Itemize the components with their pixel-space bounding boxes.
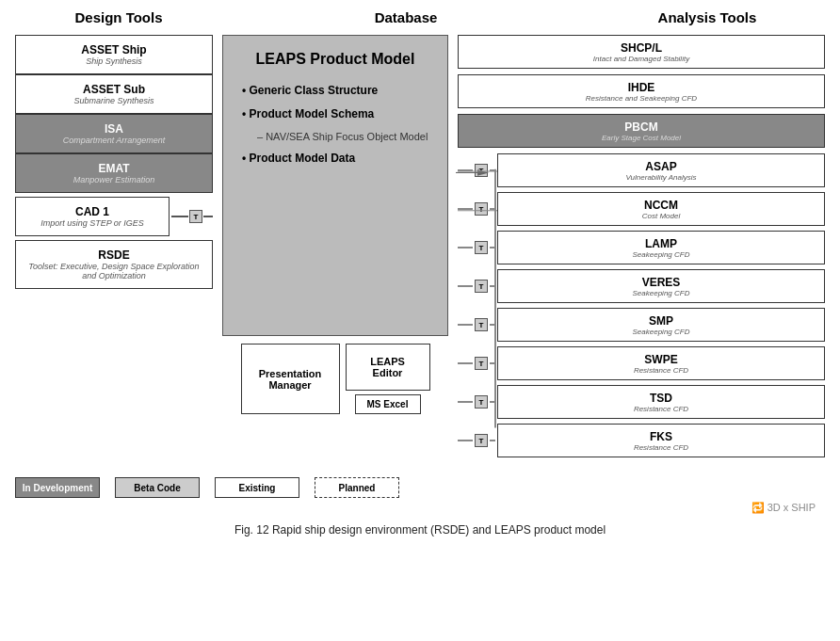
main-container: Design Tools Database Analysis Tools ASS… (15, 9, 825, 537)
in-dev-label: In Development (23, 483, 92, 493)
tsd-row: T TSD Resistance CFD (458, 385, 825, 419)
swpe-box: SWPE Resistance CFD (497, 346, 825, 380)
beta-label: Beta Code (134, 483, 180, 493)
rsde-box: RSDE Toolset: Executive, Design Space Ex… (15, 240, 213, 289)
veres-connector: T (475, 280, 488, 293)
isa-box: ISA Compartment Arrangement (15, 114, 213, 153)
shcpl-title: SHCP/L (466, 41, 816, 55)
asset-sub-box: ASSET Sub Submarine Synthesis (15, 74, 213, 114)
fks-box: FKS Resistance CFD (497, 424, 825, 457)
asset-sub-title: ASSET Sub (24, 83, 204, 96)
emat-subtitle: Manpower Estimation (24, 175, 204, 184)
rsde-title: RSDE (24, 248, 204, 262)
lamp-subtitle: Seakeeping CFD (506, 250, 816, 259)
pbcm-title: PBCM (466, 120, 816, 134)
analysis-connected-boxes: T ASAP Vulnerability Analysis T NCCM (458, 153, 825, 457)
ihde-subtitle: Resistance and Seakeeping CFD (466, 94, 816, 103)
legend-existing: Existing (215, 477, 299, 498)
asap-row: T ASAP Vulnerability Analysis (458, 153, 825, 187)
veres-row: T VERES Seakeeping CFD (458, 269, 825, 303)
legend-planned: Planned (315, 477, 399, 498)
leaps-box: LEAPS Product Model • Generic Class Stru… (222, 35, 448, 336)
inner-diagram: ASSET Ship Ship Synthesis ASSET Sub Subm… (15, 35, 825, 462)
asset-ship-title: ASSET Ship (24, 43, 204, 56)
nccm-connector: T (475, 202, 488, 216)
design-tools-header: Design Tools (24, 9, 213, 25)
fks-subtitle: Resistance CFD (506, 443, 816, 452)
shcpl-subtitle: Intact and Damaged Stability (466, 55, 816, 63)
ms-excel-box: MS Excel (355, 394, 421, 414)
smp-subtitle: Seakeeping CFD (506, 328, 816, 336)
presentation-manager-box: PresentationManager (241, 344, 340, 414)
cad-box: CAD 1 Import using STEP or IGES (15, 197, 170, 236)
existing-box: Existing (215, 477, 299, 498)
lamp-row: T LAMP Seakeeping CFD (458, 231, 825, 264)
veres-subtitle: Seakeeping CFD (506, 289, 816, 297)
isa-title: ISA (24, 122, 204, 136)
pbcm-box: PBCM Early Stage Cost Model (458, 114, 825, 148)
fks-row: T FKS Resistance CFD (458, 424, 825, 457)
asap-box: ASAP Vulnerability Analysis (497, 153, 825, 187)
leaps-item-1: • Generic Class Structure (242, 83, 428, 99)
rsde-subtitle: Toolset: Executive, Design Space Explora… (24, 262, 204, 280)
tsd-subtitle: Resistance CFD (506, 405, 816, 413)
fks-connector: T (475, 434, 488, 447)
fks-title: FKS (506, 430, 816, 443)
ihde-box: IHDE Resistance and Seakeeping CFD (458, 74, 825, 108)
shcpl-box: SHCP/L Intact and Damaged Stability (458, 35, 825, 69)
leaps-item-2: • Product Model Schema (242, 106, 428, 122)
database-header: Database (274, 9, 538, 25)
watermark: 🔁 3D x SHIP (15, 502, 825, 514)
swpe-row: T SWPE Resistance CFD (458, 346, 825, 380)
veres-title: VERES (506, 276, 816, 289)
figure-caption: Fig. 12 Rapid ship design environment (R… (15, 523, 825, 537)
nccm-title: NCCM (506, 199, 816, 212)
tsd-title: TSD (506, 392, 816, 405)
asset-sub-subtitle: Submarine Synthesis (24, 96, 204, 105)
legend-in-dev: In Development (15, 477, 100, 498)
asap-connector: T (475, 164, 488, 177)
tsd-box: TSD Resistance CFD (497, 385, 825, 419)
planned-box: Planned (315, 477, 399, 498)
cad-subtitle: Import using STEP or IGES (24, 218, 161, 228)
beta-box: Beta Code (115, 477, 200, 498)
watermark-text: 🔁 3D x SHIP (751, 502, 816, 513)
smp-title: SMP (506, 314, 816, 328)
in-dev-box: In Development (15, 477, 100, 498)
nccm-box: NCCM Cost Model (497, 192, 825, 226)
asap-title: ASAP (506, 160, 816, 173)
legend-beta: Beta Code (115, 477, 200, 498)
lamp-box: LAMP Seakeeping CFD (497, 231, 825, 264)
ihde-title: IHDE (466, 81, 816, 94)
veres-box: VERES Seakeeping CFD (497, 269, 825, 303)
pbcm-subtitle: Early Stage Cost Model (466, 134, 816, 142)
lamp-connector: T (475, 241, 488, 254)
asset-ship-subtitle: Ship Synthesis (24, 56, 204, 66)
cad-connector-T: T (189, 210, 202, 223)
emat-box: EMAT Manpower Estimation (15, 153, 213, 193)
cad-title: CAD 1 (24, 205, 161, 218)
leaps-editor-box: LEAPS Editor (346, 344, 430, 391)
asap-subtitle: Vulnerability Analysis (506, 173, 816, 182)
leaps-editor-title: LEAPS Editor (356, 356, 420, 378)
existing-label: Existing (239, 483, 276, 493)
leaps-sub-1: – NAV/SEA Ship Focus Object Model (257, 130, 428, 143)
pres-manager-title: PresentationManager (251, 368, 330, 391)
smp-box: SMP Seakeeping CFD (497, 308, 825, 342)
database-column: LEAPS Product Model • Generic Class Stru… (213, 35, 458, 462)
leaps-item-3: • Product Model Data (242, 151, 428, 167)
swpe-connector: T (475, 357, 488, 370)
legend: In Development Beta Code Existing Planne… (15, 477, 825, 498)
design-tools-column: ASSET Ship Ship Synthesis ASSET Sub Subm… (15, 35, 213, 462)
swpe-title: SWPE (506, 353, 816, 366)
smp-connector: T (475, 318, 488, 331)
isa-subtitle: Compartment Arrangement (24, 136, 204, 145)
leaps-title: LEAPS Product Model (242, 51, 428, 68)
column-headers: Design Tools Database Analysis Tools (15, 9, 825, 25)
smp-row: T SMP Seakeeping CFD (458, 308, 825, 342)
planned-label: Planned (339, 483, 376, 493)
asset-ship-box: ASSET Ship Ship Synthesis (15, 35, 213, 74)
lamp-title: LAMP (506, 237, 816, 250)
emat-title: EMAT (24, 162, 204, 175)
tsd-connector: T (475, 395, 488, 409)
